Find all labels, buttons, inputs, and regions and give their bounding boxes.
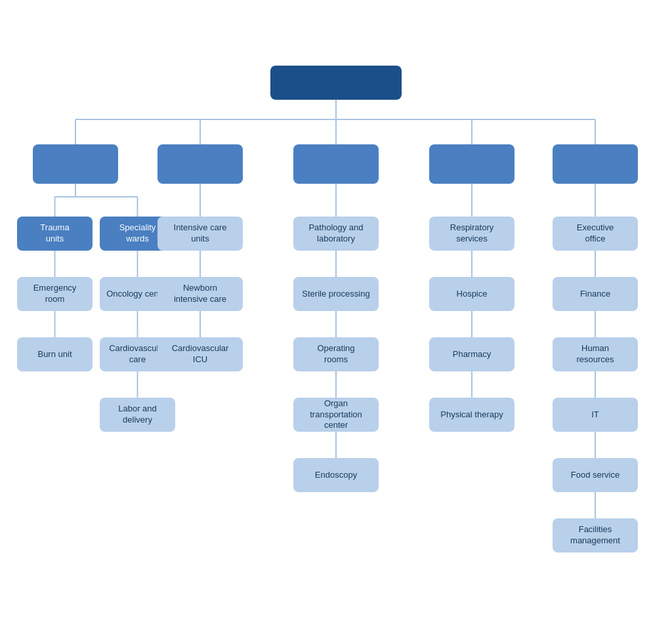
endoscopy: Endoscopy (293, 458, 379, 492)
l1-critical (158, 144, 243, 184)
l1-acute (33, 144, 118, 184)
burn-unit: Burn unit (17, 337, 93, 371)
respiratory-services: Respiratoryservices (429, 217, 514, 251)
physical-therapy: Physical therapy (429, 398, 514, 432)
root-node (270, 66, 402, 100)
it: IT (553, 398, 638, 432)
intensive-care-units: Intensive careunits (158, 217, 243, 251)
cardiovascular-icu: CardiovascularICU (158, 337, 243, 371)
facilities-management: Facilitiesmanagement (553, 518, 638, 553)
pathology-laboratory: Pathology andlaboratory (293, 217, 379, 251)
organ-transportation: Organ transportationcenter (293, 398, 379, 432)
labor-delivery: Labor anddelivery (100, 398, 175, 432)
executive-office: Executiveoffice (553, 217, 638, 251)
emergency-room: Emergencyroom (17, 277, 93, 311)
pharmacy: Pharmacy (429, 337, 514, 371)
newborn-intensive-care: Newbornintensive care (158, 277, 243, 311)
sterile-processing: Sterile processing (293, 277, 379, 311)
trauma-units: Traumaunits (17, 217, 93, 251)
finance: Finance (553, 277, 638, 311)
l1-admin (553, 144, 638, 184)
hospice: Hospice (429, 277, 514, 311)
operating-rooms: Operatingrooms (293, 337, 379, 371)
l1-support (429, 144, 514, 184)
human-resources: Humanresources (553, 337, 638, 371)
food-service: Food service (553, 458, 638, 492)
l1-surgical (293, 144, 379, 184)
